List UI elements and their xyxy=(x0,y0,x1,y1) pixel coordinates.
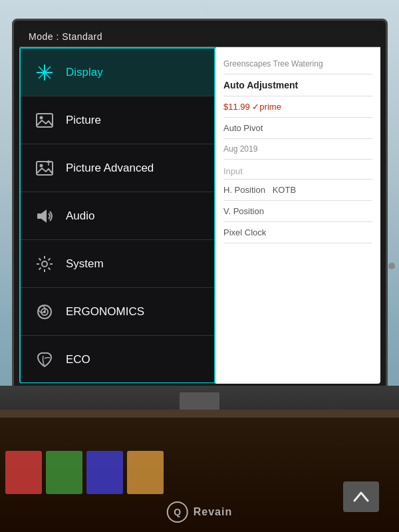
right-row-7: V. Position xyxy=(223,201,372,222)
side-indicator-dot xyxy=(388,263,395,269)
sidebar-item-eco-label: ECO xyxy=(66,353,90,366)
up-arrow-button[interactable] xyxy=(343,481,379,512)
desk-item-green xyxy=(46,451,82,494)
monitor-screen: Mode : Standard Display xyxy=(19,26,380,384)
desk-item-red xyxy=(5,451,42,494)
revain-watermark: Q Revain xyxy=(167,501,232,523)
revain-brand-text: Revain xyxy=(194,506,232,518)
eye-icon xyxy=(33,300,57,324)
desk-item-blue xyxy=(86,451,123,494)
right-row-2: $11.99 ✓prime xyxy=(223,96,372,118)
svg-marker-12 xyxy=(41,209,47,223)
right-panel: Greenscapes Tree Watering Auto Adjustmen… xyxy=(215,47,380,384)
right-row-5: Input xyxy=(223,160,372,180)
monitor-bezel: Mode : Standard Display xyxy=(12,19,388,391)
audio-icon xyxy=(33,204,57,228)
right-row-6: H. Position KOTB xyxy=(223,180,372,201)
revain-logo: Q xyxy=(167,501,188,523)
svg-rect-11 xyxy=(37,213,41,219)
osd-menu: Display Picture xyxy=(19,47,215,384)
svg-point-8 xyxy=(40,164,43,167)
mode-bar: Mode : Standard xyxy=(19,26,380,47)
revain-logo-text: Q xyxy=(174,507,181,517)
svg-rect-5 xyxy=(37,114,53,127)
sidebar-item-picture[interactable]: Picture xyxy=(21,96,214,144)
system-icon xyxy=(33,252,57,276)
sidebar-item-picture-advanced-label: Picture Advanced xyxy=(66,162,154,175)
sidebar-item-audio[interactable]: Audio xyxy=(21,192,214,240)
right-row-4: Aug 2019 xyxy=(223,139,372,160)
sparkle-icon xyxy=(33,61,57,84)
right-content: Greenscapes Tree Watering Auto Adjustmen… xyxy=(215,47,380,250)
svg-point-13 xyxy=(42,261,47,267)
sidebar-item-picture-label: Picture xyxy=(66,114,101,127)
sidebar-item-picture-advanced[interactable]: Picture Advanced xyxy=(21,144,214,192)
sidebar-item-ergonomics[interactable]: ERGONOMICS xyxy=(21,288,214,336)
right-row-8: Pixel Clock xyxy=(223,222,372,243)
right-row-1: Auto Adjustment xyxy=(223,74,372,96)
sidebar-item-audio-label: Audio xyxy=(66,209,94,223)
sidebar-item-display[interactable]: Display xyxy=(21,49,214,96)
mode-label: Mode : Standard xyxy=(29,31,102,42)
picture-icon xyxy=(33,108,57,132)
picture-advanced-icon xyxy=(33,156,57,180)
svg-rect-7 xyxy=(37,162,53,175)
sidebar-item-eco[interactable]: ECO xyxy=(21,336,214,384)
svg-point-6 xyxy=(40,116,43,119)
sidebar-item-display-label: Display xyxy=(66,66,103,79)
desk-item-yellow xyxy=(127,451,164,494)
right-row-3: Auto Pivot xyxy=(223,118,372,139)
sidebar-item-system[interactable]: System xyxy=(21,240,214,288)
eco-icon xyxy=(33,348,57,372)
right-row-0: Greenscapes Tree Watering xyxy=(223,54,372,74)
sidebar-item-ergonomics-label: ERGONOMICS xyxy=(66,305,144,319)
svg-point-4 xyxy=(43,70,47,74)
sidebar-item-system-label: System xyxy=(66,257,104,271)
desk-surface xyxy=(0,410,399,418)
